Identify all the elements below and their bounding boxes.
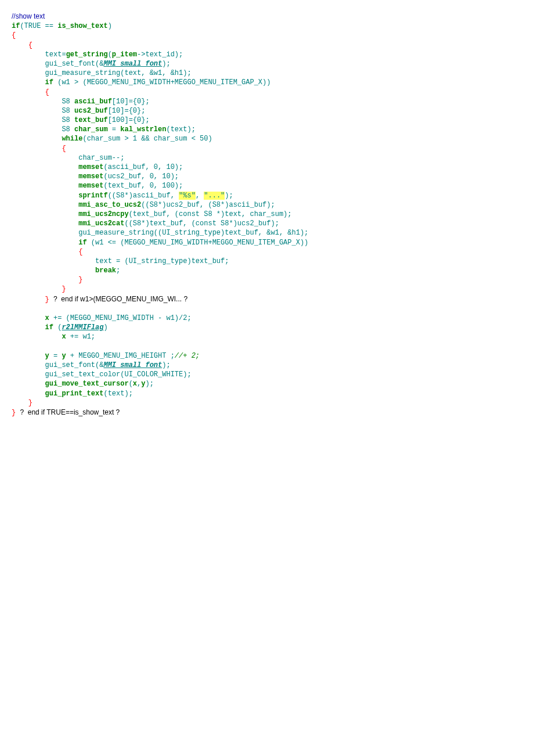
code-text	[12, 201, 78, 209]
var-decl: char_sum	[74, 125, 108, 134]
code-text: [10]={0};	[112, 98, 150, 106]
identifier: p_item	[112, 51, 137, 59]
func-call: sprintf	[78, 192, 107, 200]
identifier: is_show_text	[57, 22, 107, 30]
code-text	[12, 314, 45, 322]
code-text	[12, 182, 78, 190]
func-call: gui_move_text_cursor	[45, 380, 129, 388]
brace: }	[12, 296, 53, 304]
macro: MMI_small_font	[103, 60, 162, 68]
code-text	[12, 267, 95, 275]
code-text	[12, 135, 62, 143]
code-text: += w1;	[66, 333, 95, 341]
func-call: memset	[78, 182, 103, 190]
keyword-if: if	[12, 22, 20, 30]
code-text: );	[225, 192, 233, 200]
code-text	[12, 333, 62, 341]
keyword-if: if	[45, 78, 53, 87]
code-text: (text);	[166, 125, 195, 134]
code-text	[12, 210, 78, 218]
identifier: x	[133, 380, 137, 388]
brace: }	[12, 409, 20, 417]
identifier: y	[45, 352, 49, 360]
code-text: gui_measure_string((UI_string_type)text_…	[12, 229, 308, 237]
code-text: (	[129, 380, 133, 388]
identifier: y	[62, 352, 66, 360]
code-text	[12, 390, 45, 398]
macro: r2lMMIFlag	[62, 323, 103, 332]
code-text: ((S8*)ucs2_buf, (S8*)ascii_buf);	[141, 201, 275, 209]
fold-marker: ? end if w1>(MEGGO_MENU_IMG_WI... ?	[53, 295, 187, 303]
code-text: (ascii_buf, 0, 10);	[103, 163, 183, 171]
code-text	[12, 323, 45, 332]
code-text	[12, 380, 45, 388]
keyword-break: break	[95, 267, 116, 275]
code-text: =	[108, 125, 121, 134]
code-text: S8	[12, 125, 74, 134]
code-text: (text_buf, (const S8 *)text, char_sum);	[129, 210, 292, 218]
code-text: (text_buf, 0, 100);	[103, 182, 183, 190]
func-call: kal_wstrlen	[120, 125, 166, 134]
code-text	[12, 239, 78, 247]
func-call: memset	[78, 163, 103, 171]
string-literal: "..."	[204, 192, 225, 200]
code-text: ->text_id);	[137, 51, 183, 59]
code-text: S8	[12, 107, 74, 115]
code-text: (TRUE ==	[20, 22, 57, 30]
brace: {	[12, 31, 16, 39]
func-call: mmi_ucs2ncpy	[78, 210, 128, 218]
code-text: )	[103, 323, 107, 332]
func-call: memset	[78, 172, 103, 181]
brace: {	[12, 145, 66, 153]
identifier: x	[62, 333, 66, 341]
code-text: gui_set_font(&	[12, 361, 103, 369]
comment: //+ 2;	[175, 352, 200, 360]
fold-marker: ? end if TRUE==is_show_text ?	[20, 408, 120, 416]
var-decl: ucs2_buf	[74, 107, 108, 115]
code-text	[12, 172, 78, 181]
code-block: //show text if(TRUE == is_show_text) { {…	[12, 12, 522, 417]
code-text: S8	[12, 98, 74, 106]
code-text: ((S8*)ascii_buf,	[108, 192, 179, 200]
func-call: mmi_ucs2cat	[78, 219, 124, 228]
brace: {	[12, 248, 82, 256]
code-text	[12, 352, 45, 360]
code-text: text = (UI_string_type)text_buf;	[12, 257, 229, 265]
func-call: gui_print_text	[45, 390, 104, 398]
var-decl: text_buf	[74, 116, 108, 124]
code-text: ;	[116, 267, 120, 275]
code-text: );	[162, 60, 170, 68]
code-text: ((S8*)text_buf, (const S8*)ucs2_buf);	[124, 219, 279, 228]
code-text: char_sum--;	[12, 154, 124, 162]
code-text: =	[49, 352, 62, 360]
code-text: (	[53, 323, 62, 332]
brace: {	[12, 41, 33, 49]
code-text: );	[162, 361, 170, 369]
code-text	[12, 78, 45, 87]
macro: MMI_small_font	[103, 361, 162, 369]
func-call: get_string	[66, 51, 108, 59]
code-text: (char_sum > 1 && char_sum < 50)	[82, 135, 212, 143]
string-literal: "%s"	[179, 192, 196, 200]
identifier: x	[45, 314, 49, 322]
brace: }	[12, 399, 33, 407]
code-text: ,	[196, 192, 204, 200]
code-text: gui_set_font(&	[12, 60, 103, 68]
code-text: S8	[12, 116, 74, 124]
code-text	[12, 219, 78, 228]
code-text	[12, 192, 78, 200]
keyword-while: while	[62, 135, 82, 143]
code-text: + MEGGO_MENU_IMG_HEIGHT ;	[66, 352, 175, 360]
code-text: (w1 <= (MEGGO_MENU_IMG_WIDTH+MEGGO_MENU_…	[87, 239, 309, 247]
comment: //show text	[12, 12, 45, 20]
code-text: gui_measure_string(text, &w1, &h1);	[12, 69, 192, 77]
code-text: );	[145, 380, 153, 388]
code-text	[12, 163, 78, 171]
code-text: (	[108, 51, 112, 59]
func-call: mmi_asc_to_ucs2	[78, 201, 141, 209]
brace: }	[12, 285, 66, 293]
keyword-if: if	[45, 323, 53, 332]
code-text: text=	[12, 51, 66, 59]
code-text: (text);	[103, 390, 132, 398]
code-text: (w1 > (MEGGO_MENU_IMG_WIDTH+MEGGO_MENU_I…	[53, 78, 270, 87]
